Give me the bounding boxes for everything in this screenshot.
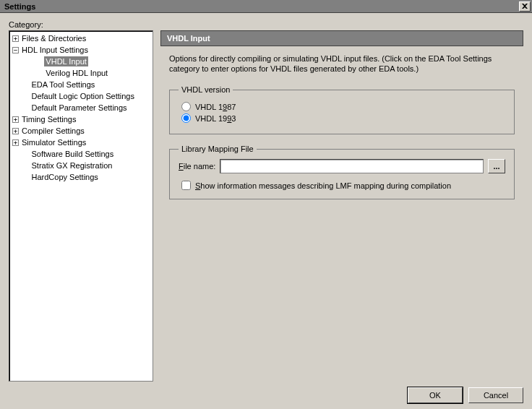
tree-item-vhdl-input[interactable]: VHDL Input: [11, 56, 151, 67]
main-area: + Files & Directories − HDL Input Settin…: [9, 30, 523, 382]
titlebar: Settings: [0, 0, 532, 13]
tree-label: Software Build Settings: [30, 149, 116, 159]
tree-label: Timing Settings: [20, 114, 77, 124]
radio-vhdl-1987[interactable]: [181, 102, 191, 111]
tree-label: Files & Directories: [20, 33, 87, 43]
tree-label: Verilog HDL Input: [44, 68, 109, 78]
radio-label: VHDL 1993: [195, 114, 236, 123]
tree-item-verilog-input[interactable]: Verilog HDL Input: [11, 67, 151, 79]
library-mapping-legend: Library Mapping File: [179, 145, 257, 153]
tree-item-eda-tool[interactable]: EDA Tool Settings: [11, 79, 151, 90]
tree-label: HDL Input Settings: [20, 45, 90, 55]
tree-item-stratix-gx[interactable]: Stratix GX Registration: [11, 160, 151, 171]
radio-vhdl-1993-row[interactable]: VHDL 1993: [181, 113, 505, 123]
file-name-row: File name: ...: [179, 159, 505, 173]
tree-item-hdl-input[interactable]: − HDL Input Settings: [11, 44, 151, 56]
vhdl-version-legend: VHDL version: [179, 85, 233, 94]
category-tree[interactable]: + Files & Directories − HDL Input Settin…: [9, 30, 153, 382]
tree-item-timing[interactable]: + Timing Settings: [11, 113, 151, 125]
radio-vhdl-1993[interactable]: [181, 113, 191, 123]
ok-button[interactable]: OK: [408, 387, 463, 403]
tree-label: EDA Tool Settings: [30, 79, 97, 90]
tree-label: Default Logic Option Settings: [30, 91, 136, 101]
tree-item-files-dirs[interactable]: + Files & Directories: [11, 33, 151, 44]
expand-icon[interactable]: +: [12, 116, 19, 123]
cancel-button[interactable]: Cancel: [468, 387, 523, 403]
tree-item-compiler[interactable]: + Compiler Settings: [11, 125, 151, 137]
tree-label: Simulator Settings: [20, 137, 87, 147]
collapse-icon[interactable]: −: [12, 47, 19, 53]
close-button[interactable]: [519, 1, 531, 12]
radio-label: VHDL 1987: [195, 103, 236, 111]
library-mapping-group: Library Mapping File File name: ... Show…: [169, 145, 515, 199]
browse-button[interactable]: ...: [488, 159, 505, 173]
panel-body: Options for directly compiling or simula…: [160, 46, 523, 217]
expand-icon[interactable]: +: [12, 35, 19, 42]
show-info-label: Show information messages describing LMF…: [195, 181, 451, 190]
tree-item-hardcopy[interactable]: HardCopy Settings: [11, 171, 151, 183]
file-name-input[interactable]: [220, 159, 484, 173]
panel-title: VHDL Input: [160, 30, 523, 46]
expand-icon[interactable]: +: [12, 128, 19, 134]
tree-label: VHDL Input: [44, 56, 87, 66]
tree-item-default-logic[interactable]: Default Logic Option Settings: [11, 90, 151, 102]
show-info-checkbox[interactable]: [181, 181, 191, 190]
dialog-buttons: OK Cancel: [9, 382, 523, 403]
window-title: Settings: [1, 2, 519, 11]
tree-label: HardCopy Settings: [30, 172, 100, 182]
expand-icon[interactable]: +: [12, 139, 19, 146]
tree-label: Compiler Settings: [20, 126, 86, 136]
settings-panel: VHDL Input Options for directly compilin…: [160, 30, 523, 382]
tree-label: Default Parameter Settings: [30, 103, 129, 113]
show-info-row[interactable]: Show information messages describing LMF…: [181, 181, 505, 190]
dialog-content: Category: + Files & Directories − HDL In…: [0, 13, 532, 409]
tree-label: Stratix GX Registration: [30, 160, 114, 171]
file-name-label: File name:: [179, 162, 215, 171]
tree-item-default-param[interactable]: Default Parameter Settings: [11, 102, 151, 113]
panel-description: Options for directly compiling or simula…: [169, 53, 515, 74]
close-icon: [522, 4, 528, 9]
tree-item-software-build[interactable]: Software Build Settings: [11, 148, 151, 160]
tree-item-simulator[interactable]: + Simulator Settings: [11, 137, 151, 148]
vhdl-version-group: VHDL version VHDL 1987 VHDL 1993: [169, 85, 515, 134]
radio-vhdl-1987-row[interactable]: VHDL 1987: [181, 102, 505, 111]
category-label: Category:: [9, 20, 523, 29]
